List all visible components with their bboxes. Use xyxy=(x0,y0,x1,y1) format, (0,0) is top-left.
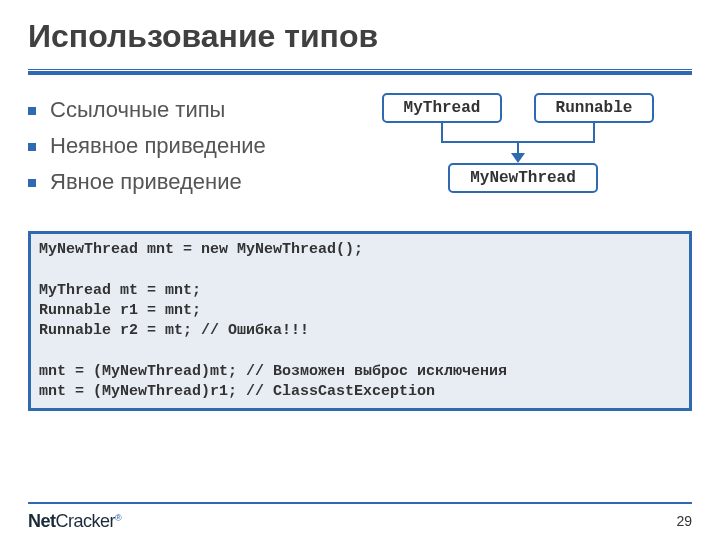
diagram-box-mynewthread: MyNewThread xyxy=(448,163,598,193)
bullet-item: Неявное приведение xyxy=(28,133,358,159)
brand-logo: NetCracker® xyxy=(28,511,121,532)
arrow-down-icon xyxy=(511,153,525,163)
slide: Использование типов Ссылочные типы Неявн… xyxy=(0,0,720,540)
registered-icon: ® xyxy=(115,513,121,523)
page-number: 29 xyxy=(676,513,692,529)
diagram-box-runnable: Runnable xyxy=(534,93,654,123)
bullet-list: Ссылочные типы Неявное приведение Явное … xyxy=(28,93,358,205)
connector xyxy=(441,123,443,141)
logo-part-cracker: Cracker xyxy=(56,511,116,531)
bullet-icon xyxy=(28,143,36,151)
content-row: Ссылочные типы Неявное приведение Явное … xyxy=(28,93,692,213)
title-underline xyxy=(28,69,692,75)
bullet-item: Ссылочные типы xyxy=(28,97,358,123)
bullet-text: Явное приведение xyxy=(50,169,242,195)
footer: NetCracker® 29 xyxy=(0,502,720,540)
class-diagram: MyThread Runnable MyNewThread xyxy=(358,93,692,213)
slide-title: Использование типов xyxy=(28,18,692,55)
bullet-icon xyxy=(28,179,36,187)
footer-rule xyxy=(28,502,692,504)
bullet-icon xyxy=(28,107,36,115)
connector xyxy=(593,123,595,141)
bullet-text: Ссылочные типы xyxy=(50,97,225,123)
bullet-text: Неявное приведение xyxy=(50,133,266,159)
bullet-item: Явное приведение xyxy=(28,169,358,195)
logo-part-net: Net xyxy=(28,511,56,531)
code-block: MyNewThread mnt = new MyNewThread(); MyT… xyxy=(28,231,692,411)
diagram-box-mythread: MyThread xyxy=(382,93,502,123)
